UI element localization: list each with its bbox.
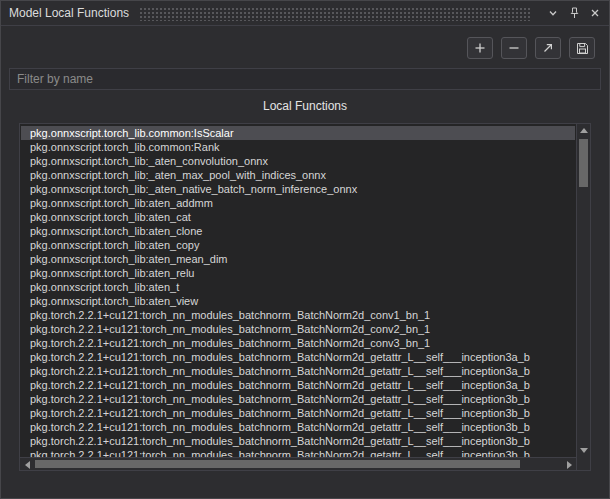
list-item-label: pkg.torch.2.2.1+cu121:torch_nn_modules_b… [30, 309, 430, 321]
list-item-label: pkg.onnxscript.torch_lib:_aten_max_pool_… [30, 169, 326, 181]
scroll-down-button[interactable] [577, 444, 591, 457]
list-header: Local Functions [1, 98, 609, 114]
triangle-up-icon [580, 128, 588, 133]
chevron-down-icon [548, 8, 558, 18]
filter-input[interactable] [9, 68, 601, 90]
panel-title: Model Local Functions [9, 6, 129, 20]
vertical-scrollbar[interactable] [576, 124, 590, 457]
list-item[interactable]: pkg.torch.2.2.1+cu121:torch_nn_modules_b… [21, 322, 575, 336]
horizontal-scrollbar[interactable] [20, 457, 576, 470]
horizontal-scroll-thumb[interactable] [35, 460, 520, 468]
list-item[interactable]: pkg.torch.2.2.1+cu121:torch_nn_modules_b… [21, 434, 575, 448]
list-item-label: pkg.onnxscript.torch_lib:_aten_convoluti… [30, 155, 268, 167]
triangle-down-icon [580, 448, 588, 453]
list-item[interactable]: pkg.onnxscript.torch_lib:_aten_max_pool_… [21, 168, 575, 182]
list-item-label: pkg.onnxscript.torch_lib:aten_clone [30, 225, 202, 237]
scroll-right-button[interactable] [562, 458, 576, 471]
list-item[interactable]: pkg.torch.2.2.1+cu121:torch_nn_modules_b… [21, 308, 575, 322]
arrow-up-right-icon [542, 42, 554, 54]
list-item-label: pkg.torch.2.2.1+cu121:torch_nn_modules_b… [30, 379, 530, 391]
list-item-label: pkg.torch.2.2.1+cu121:torch_nn_modules_b… [30, 323, 430, 335]
window-menu-button[interactable] [544, 4, 562, 22]
list-item-label: pkg.torch.2.2.1+cu121:torch_nn_modules_b… [30, 421, 530, 433]
list-item[interactable]: pkg.torch.2.2.1+cu121:torch_nn_modules_b… [21, 350, 575, 364]
list-item-label: pkg.onnxscript.torch_lib.common:Rank [30, 141, 220, 153]
save-function-button[interactable] [569, 37, 595, 59]
scroll-up-button[interactable] [577, 124, 591, 137]
triangle-right-icon [567, 461, 572, 469]
list-item[interactable]: pkg.torch.2.2.1+cu121:torch_nn_modules_b… [21, 420, 575, 434]
list-item-label: pkg.torch.2.2.1+cu121:torch_nn_modules_b… [30, 351, 530, 363]
list-item-label: pkg.onnxscript.torch_lib:aten_mean_dim [30, 253, 228, 265]
plus-icon [474, 42, 486, 54]
minus-icon [508, 42, 520, 54]
list-item[interactable]: pkg.onnxscript.torch_lib:_aten_native_ba… [21, 182, 575, 196]
list-item[interactable]: pkg.onnxscript.torch_lib:aten_copy [21, 238, 575, 252]
list-item-label: pkg.torch.2.2.1+cu121:torch_nn_modules_b… [30, 337, 430, 349]
list-item[interactable]: pkg.torch.2.2.1+cu121:torch_nn_modules_b… [21, 364, 575, 378]
list-item-label: pkg.onnxscript.torch_lib:aten_cat [30, 211, 191, 223]
list-item[interactable]: pkg.onnxscript.torch_lib.common:IsScalar [21, 126, 575, 140]
list-item[interactable]: pkg.torch.2.2.1+cu121:torch_nn_modules_b… [21, 392, 575, 406]
scrollbar-corner [576, 457, 590, 470]
list-item[interactable]: pkg.onnxscript.torch_lib:aten_view [21, 294, 575, 308]
functions-toolbar [9, 37, 595, 59]
list-item-label: pkg.torch.2.2.1+cu121:torch_nn_modules_b… [30, 435, 530, 447]
close-icon [590, 8, 600, 18]
list-item[interactable]: pkg.onnxscript.torch_lib:aten_mean_dim [21, 252, 575, 266]
list-item-label: pkg.onnxscript.torch_lib:aten_view [30, 295, 198, 307]
list-item[interactable]: pkg.onnxscript.torch_lib:_aten_convoluti… [21, 154, 575, 168]
function-listbox: pkg.onnxscript.torch_lib.common:IsScalar… [19, 123, 591, 471]
titlebar-drag-grip[interactable] [139, 7, 531, 21]
list-item-label: pkg.onnxscript.torch_lib.common:IsScalar [30, 127, 234, 139]
model-local-functions-panel: Model Local Functions [0, 0, 610, 499]
list-item[interactable]: pkg.torch.2.2.1+cu121:torch_nn_modules_b… [21, 406, 575, 420]
list-item[interactable]: pkg.onnxscript.torch_lib:aten_t [21, 280, 575, 294]
goto-function-button[interactable] [535, 37, 561, 59]
list-item[interactable]: pkg.onnxscript.torch_lib:aten_cat [21, 210, 575, 224]
save-icon [576, 42, 589, 55]
remove-function-button[interactable] [501, 37, 527, 59]
list-item-label: pkg.torch.2.2.1+cu121:torch_nn_modules_b… [30, 393, 530, 405]
panel-titlebar[interactable]: Model Local Functions [1, 1, 609, 26]
list-item-label: pkg.onnxscript.torch_lib:aten_t [30, 281, 179, 293]
list-item-label: pkg.onnxscript.torch_lib:aten_copy [30, 239, 199, 251]
list-item-label: pkg.torch.2.2.1+cu121:torch_nn_modules_b… [30, 365, 530, 377]
list-item[interactable]: pkg.onnxscript.torch_lib:aten_relu [21, 266, 575, 280]
close-button[interactable] [586, 4, 604, 22]
pin-button[interactable] [565, 4, 583, 22]
list-item[interactable]: pkg.onnxscript.torch_lib:aten_addmm [21, 196, 575, 210]
list-item[interactable]: pkg.torch.2.2.1+cu121:torch_nn_modules_b… [21, 378, 575, 392]
scroll-left-button[interactable] [20, 458, 34, 471]
vertical-scroll-thumb[interactable] [579, 139, 588, 187]
pin-icon [569, 7, 580, 19]
list-item-label: pkg.onnxscript.torch_lib:aten_relu [30, 267, 194, 279]
list-item-label: pkg.torch.2.2.1+cu121:torch_nn_modules_b… [30, 407, 530, 419]
function-list: pkg.onnxscript.torch_lib.common:IsScalar… [21, 126, 575, 462]
filter-row [9, 68, 601, 90]
list-item[interactable]: pkg.onnxscript.torch_lib.common:Rank [21, 140, 575, 154]
triangle-left-icon [25, 461, 30, 469]
list-item-label: pkg.onnxscript.torch_lib:_aten_native_ba… [30, 183, 357, 195]
add-function-button[interactable] [467, 37, 493, 59]
list-item[interactable]: pkg.onnxscript.torch_lib:aten_clone [21, 224, 575, 238]
list-item[interactable]: pkg.torch.2.2.1+cu121:torch_nn_modules_b… [21, 336, 575, 350]
list-item-label: pkg.onnxscript.torch_lib:aten_addmm [30, 197, 213, 209]
